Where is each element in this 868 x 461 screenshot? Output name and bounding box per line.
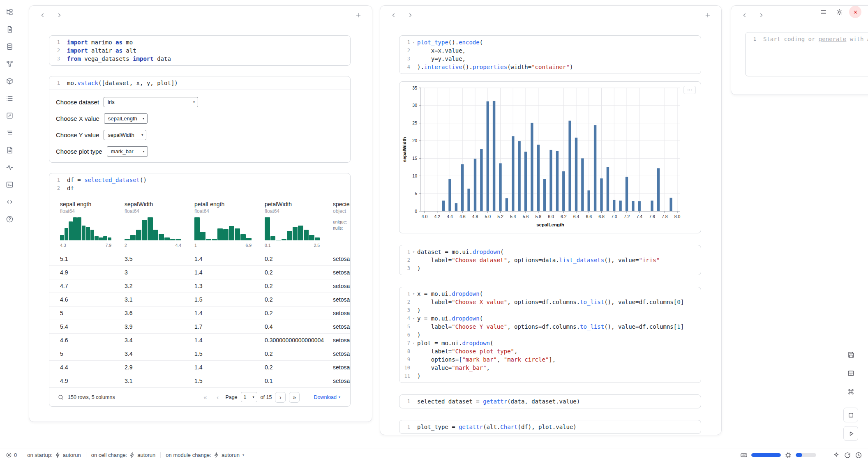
layout-select-button[interactable]	[843, 366, 858, 380]
first-page-button[interactable]: «	[201, 392, 210, 402]
svg-text:4.6: 4.6	[459, 214, 466, 219]
code-editor[interactable]: 1plot_type = getattr(alt.Chart(df), plot…	[399, 420, 701, 433]
on-module-change-setting[interactable]: on module change: autorun ▾	[166, 452, 244, 458]
cell-xy-plot-dropdowns[interactable]: 1▾x = mo.ui.dropdown(2 label="Choose X v…	[399, 287, 701, 383]
table-cell: 0.1	[258, 378, 326, 384]
column-move-left-button[interactable]	[389, 11, 398, 20]
add-cell-button[interactable]	[703, 11, 712, 20]
code-editor[interactable]: 1 Start coding or generate with AI	[746, 32, 868, 46]
table-cell: 1.5	[188, 296, 258, 303]
notebook-settings-button[interactable]	[833, 6, 845, 18]
code-line: 3)	[399, 306, 696, 314]
line-number: 5	[399, 323, 410, 331]
line-number: 1	[49, 38, 60, 46]
on-cell-change-setting[interactable]: on cell change: autorun	[91, 452, 156, 458]
download-button[interactable]: Download▾	[314, 394, 340, 400]
cell-imports[interactable]: 1import marimo as mo2import altair as al…	[49, 35, 351, 66]
editor-placeholder[interactable]: Start coding or generate with AI	[763, 35, 868, 43]
code-editor[interactable]: 1▾x = mo.ui.dropdown(2 label="Choose X v…	[399, 287, 701, 383]
dependency-graph-icon[interactable]	[4, 58, 15, 69]
fold-chevron-icon[interactable]: ▾	[410, 38, 417, 46]
plot-type-select[interactable]: mark_bar▾	[107, 146, 148, 157]
gutter-spacer	[410, 264, 417, 272]
tracing-icon[interactable]	[4, 162, 15, 173]
logs-icon[interactable]	[4, 93, 15, 104]
histogram-bar	[298, 226, 303, 240]
code-editor[interactable]: 1selected_dataset = getattr(data, datase…	[399, 395, 701, 408]
last-page-button[interactable]: »	[289, 392, 300, 403]
gutter-spacer	[410, 372, 417, 380]
table-cell: setosa	[326, 256, 350, 262]
cell-plot-type[interactable]: 1plot_type = getattr(alt.Chart(df), plot…	[399, 420, 701, 434]
on-startup-setting[interactable]: on startup: autorun	[27, 452, 81, 458]
column-move-left-button[interactable]	[740, 11, 749, 20]
next-page-button[interactable]: ›	[275, 392, 286, 403]
refresh-icon[interactable]	[844, 452, 851, 459]
histogram-bar	[265, 217, 270, 240]
svg-text:4.2: 4.2	[434, 214, 440, 219]
generate-with-ai-link[interactable]: generate	[819, 36, 846, 42]
chart-menu-button[interactable]	[683, 86, 696, 94]
line-number: 1	[49, 79, 60, 87]
cell-selected-dataset[interactable]: 1selected_dataset = getattr(data, datase…	[399, 394, 701, 408]
packages-icon[interactable]	[4, 76, 15, 86]
help-icon[interactable]	[4, 214, 15, 224]
fold-chevron-icon[interactable]: ▾	[410, 314, 417, 323]
snippets-icon[interactable]	[4, 196, 15, 207]
max-value: 4.4	[175, 243, 181, 248]
cell-plot-encode[interactable]: 1▾plot_type().encode(2 x=x.value,3 y=y.v…	[399, 35, 701, 74]
cell-new-empty[interactable]: 1 Start coding or generate with AI	[745, 32, 868, 76]
column-move-right-button[interactable]	[757, 11, 766, 20]
dataset-select[interactable]: iris▾	[104, 97, 198, 107]
column-move-right-button[interactable]	[406, 11, 415, 20]
column-move-left-button[interactable]	[38, 11, 47, 20]
line-number: 9	[399, 355, 410, 364]
clock-icon[interactable]	[855, 452, 862, 459]
cell-dataset-dropdown[interactable]: 1▾dataset = mo.ui.dropdown(2 label="Choo…	[399, 245, 701, 275]
notebook-files-icon[interactable]	[4, 24, 15, 35]
datasources-icon[interactable]	[4, 41, 15, 52]
app-frame-button[interactable]	[843, 408, 858, 422]
outline-icon[interactable]	[4, 127, 15, 138]
caret-down-icon: ▾	[143, 150, 145, 153]
notebook-menu-button[interactable]	[817, 6, 829, 18]
code-editor[interactable]: 1df = selected_dataset()2df	[49, 173, 350, 195]
cell-vstack-controls[interactable]: 1mo.vstack([dataset, x, y, plot]) Choose…	[49, 76, 351, 163]
errors-indicator[interactable]: 0	[6, 452, 17, 458]
x-value-select[interactable]: sepalLength▾	[104, 113, 148, 124]
code-editor[interactable]: 1mo.vstack([dataset, x, y, plot])	[49, 76, 350, 90]
ai-sparkle-icon[interactable]	[833, 452, 840, 459]
code-editor[interactable]: 1▾plot_type().encode(2 x=x.value,3 y=y.v…	[399, 36, 701, 74]
save-notebook-button[interactable]	[843, 347, 858, 362]
caret-down-icon: ▾	[141, 133, 143, 137]
search-icon[interactable]	[58, 394, 64, 401]
line-number: 8	[399, 347, 410, 355]
page-select[interactable]: 1▾	[241, 392, 257, 402]
terminal-icon[interactable]	[4, 179, 15, 190]
dropdown-row: Choose Y valuesepalWidth▾	[56, 129, 344, 140]
keyboard-shortcuts-button[interactable]	[843, 384, 858, 399]
code-editor[interactable]: 1▾dataset = mo.ui.dropdown(2 label="Choo…	[399, 245, 701, 275]
shutdown-button[interactable]	[849, 6, 861, 18]
code-text: df = selected_dataset()	[67, 176, 147, 184]
code-text: y = mo.ui.dropdown(	[417, 314, 483, 323]
page-label: Page	[225, 394, 237, 400]
prev-page-button[interactable]: ‹	[213, 392, 222, 402]
svg-text:10: 10	[412, 173, 417, 178]
cell-chart-output[interactable]: 4.04.24.44.64.85.05.25.45.65.86.06.26.46…	[399, 81, 701, 233]
cell-dataframe[interactable]: 1df = selected_dataset()2df sepalLengthf…	[49, 173, 351, 407]
scratchpad-icon[interactable]	[4, 110, 15, 121]
code-editor[interactable]: 1import marimo as mo2import altair as al…	[49, 36, 350, 65]
fold-chevron-icon[interactable]: ▾	[410, 339, 417, 347]
documentation-icon[interactable]	[4, 145, 15, 155]
fold-chevron-icon[interactable]: ▾	[410, 290, 417, 298]
code-line: 4▾y = mo.ui.dropdown(	[399, 314, 696, 323]
file-explorer-icon[interactable]	[4, 7, 15, 17]
add-cell-button[interactable]	[354, 11, 363, 20]
column-move-right-button[interactable]	[55, 11, 64, 20]
histogram-bar	[194, 217, 200, 240]
y-value-select[interactable]: sepalWidth▾	[104, 130, 146, 140]
fold-chevron-icon[interactable]: ▾	[410, 248, 417, 256]
column-stats: unique:nulls:	[333, 219, 350, 231]
run-all-button[interactable]	[843, 426, 858, 441]
